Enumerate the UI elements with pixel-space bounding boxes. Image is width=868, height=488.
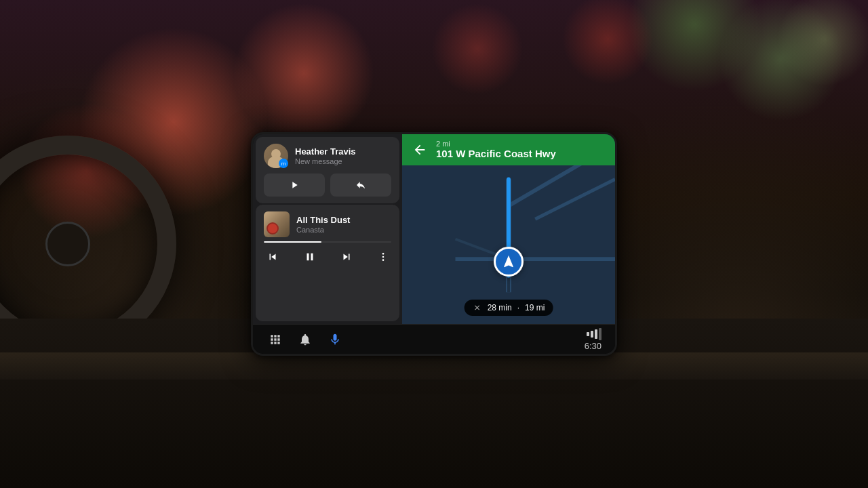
play-button[interactable] [264,174,325,197]
nav-street: 101 W Pacific Coast Hwy [436,148,607,160]
song-details: All This Dust Canasta [296,215,391,235]
eta-distance: 19 mi [525,303,545,312]
artist-name: Canasta [296,226,391,234]
voice-button[interactable] [326,331,344,348]
signal-bar-4 [599,328,601,340]
map-panel[interactable]: 2 mi 101 W Pacific Coast Hwy [402,134,615,324]
avatar-wrapper: m [264,144,288,168]
contact-name: Heather Travis [295,146,391,157]
apps-button[interactable] [267,331,284,348]
signal-bar-3 [595,329,597,339]
messenger-badge: m [279,159,288,168]
turn-arrow-icon [412,142,427,157]
skip-next-icon [340,251,353,263]
signal-bar-2 [591,331,593,338]
svg-point-2 [382,259,384,261]
message-card: m Heather Travis New message [256,137,399,203]
reply-icon [355,180,366,190]
reply-button[interactable] [330,174,391,197]
mic-icon [328,333,342,346]
display-screen: m Heather Travis New message [253,134,615,354]
nav-banner: 2 mi 101 W Pacific Coast Hwy [402,134,615,165]
close-icon [473,304,481,312]
location-marker [494,247,524,277]
notification-button[interactable] [296,331,314,348]
messenger-icon: m [281,161,286,167]
progress-fill [264,241,321,243]
bottom-left-icons [267,331,344,348]
svg-point-0 [382,253,384,255]
nav-info: 2 mi 101 W Pacific Coast Hwy [436,140,607,160]
main-area: m Heather Travis New message [253,134,615,324]
time-display: 6:30 [585,341,601,351]
bell-icon [298,333,312,346]
svg-point-1 [382,256,384,258]
dashboard-ridge [0,352,868,380]
pause-button[interactable] [301,248,319,266]
apps-grid-icon [269,333,282,346]
next-track-button[interactable] [338,248,355,266]
more-vert-icon [378,251,389,262]
eta-time: 28 min [488,303,512,312]
status-area: 6:30 [585,328,601,351]
turn-left-icon [410,140,429,159]
music-info-row: All This Dust Canasta [264,211,391,237]
navigation-arrow-icon [501,254,516,269]
signal-indicator [587,328,601,340]
android-auto-display: m Heather Travis New message [251,132,617,356]
skip-previous-icon [267,251,279,263]
signal-bar-1 [587,332,589,336]
left-panel: m Heather Travis New message [253,134,402,324]
album-art [264,211,290,237]
close-eta-button[interactable] [473,303,482,312]
play-icon [289,180,300,190]
display-bezel: m Heather Travis New message [251,132,617,356]
music-controls [264,248,391,266]
eta-chip[interactable]: 28 min · 19 mi [465,300,553,316]
more-options-button[interactable] [375,249,391,265]
message-actions [264,174,391,197]
message-preview: New message [295,157,391,165]
song-title: All This Dust [296,215,391,226]
pause-icon [304,251,316,263]
nav-distance: 2 mi [436,140,607,148]
prev-track-button[interactable] [264,248,281,266]
progress-bar [264,241,391,243]
music-card: All This Dust Canasta [256,205,399,321]
bottom-bar: 6:30 [253,324,615,354]
contact-row: m Heather Travis New message [264,144,391,168]
eta-separator: · [517,303,519,312]
contact-info: Heather Travis New message [295,146,391,166]
